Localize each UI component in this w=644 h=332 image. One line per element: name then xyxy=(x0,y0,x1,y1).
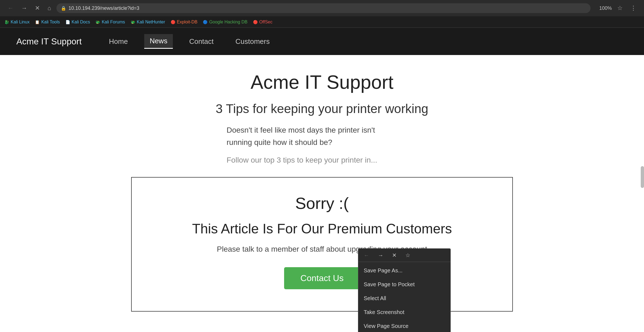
bookmark-kali-forums[interactable]: 🐲 Kali Forums xyxy=(95,20,125,25)
address-bar[interactable]: 🔒 10.10.194.239/news/article?id=3 xyxy=(56,3,591,13)
kali-nethunter-icon: 🐲 xyxy=(131,20,135,24)
context-menu-header: ← → ✕ ☆ xyxy=(358,249,450,262)
main-content: Acme IT Support 3 Tips for keeping your … xyxy=(0,55,644,328)
nav-contact[interactable]: Contact xyxy=(184,35,219,48)
nav-home[interactable]: Home xyxy=(104,35,133,48)
url-text: 10.10.194.239/news/article?id=3 xyxy=(68,5,586,11)
back-button[interactable]: ← xyxy=(5,4,16,13)
article-excerpt-1: Doesn't it feel like most days the print… xyxy=(227,124,417,149)
bookmark-star[interactable]: ☆ xyxy=(615,4,625,13)
cm-bookmark-button[interactable]: ☆ xyxy=(403,251,413,260)
scrollbar[interactable] xyxy=(641,166,644,188)
lock-icon: 🔒 xyxy=(61,6,66,11)
nav-customers[interactable]: Customers xyxy=(230,35,275,48)
paywall-subtitle: This Article Is For Our Premium Customer… xyxy=(143,221,501,237)
article-excerpt-2: Follow our top 3 tips to keep your print… xyxy=(227,154,417,166)
google-hacking-icon: 🔵 xyxy=(203,20,207,24)
kali-forums-icon: 🐲 xyxy=(95,20,100,24)
cm-select-all[interactable]: Select All xyxy=(358,291,450,305)
bookmark-kali-docs[interactable]: 📄 Kali Docs xyxy=(65,20,90,25)
kali-docs-icon: 📄 xyxy=(65,20,70,24)
kali-linux-icon: 🐉 xyxy=(4,20,9,24)
navbar: Acme IT Support Home News Contact Custom… xyxy=(0,28,644,55)
site-brand: Acme IT Support xyxy=(16,36,82,47)
page-title: Acme IT Support xyxy=(0,71,644,93)
cm-save-to-pocket[interactable]: Save Page to Pocket xyxy=(358,278,450,291)
cm-close-button[interactable]: ✕ xyxy=(390,251,399,260)
cm-save-page-as[interactable]: Save Page As... xyxy=(358,264,450,278)
bookmarks-bar: 🐉 Kali Linux 📋 Kali Tools 📄 Kali Docs 🐲 … xyxy=(0,16,644,28)
browser-chrome: ← → ✕ ⌂ 🔒 10.10.194.239/news/article?id=… xyxy=(0,0,644,16)
zoom-level: 100% xyxy=(599,5,612,11)
menu-button[interactable]: ⋮ xyxy=(628,4,639,13)
kali-tools-icon: 📋 xyxy=(35,20,40,24)
cm-view-page-source[interactable]: View Page Source xyxy=(358,319,450,332)
cm-back-button[interactable]: ← xyxy=(362,251,371,260)
bookmark-kali-linux[interactable]: 🐉 Kali Linux xyxy=(4,20,29,25)
cm-take-screenshot[interactable]: Take Screenshot xyxy=(358,305,450,319)
bookmark-google-hacking[interactable]: 🔵 Google Hacking DB xyxy=(203,20,248,25)
bookmark-exploit-db[interactable]: 🔴 Exploit-DB xyxy=(171,20,198,25)
offsec-icon: 🔴 xyxy=(253,20,258,24)
bookmark-kali-nethunter[interactable]: 🐲 Kali NetHunter xyxy=(131,20,165,25)
contact-us-button[interactable]: Contact Us xyxy=(284,267,360,289)
nav-news[interactable]: News xyxy=(144,34,173,49)
bookmark-kali-tools[interactable]: 📋 Kali Tools xyxy=(35,20,60,25)
paywall-box: Sorry :( This Article Is For Our Premium… xyxy=(131,177,513,312)
article-title: 3 Tips for keeping your printer working xyxy=(0,101,644,116)
reload-button[interactable]: ✕ xyxy=(33,4,42,13)
bookmark-offsec[interactable]: 🔴 OffSec xyxy=(253,20,273,25)
cm-forward-button[interactable]: → xyxy=(376,251,386,260)
context-menu-items: Save Page As... Save Page to Pocket Sele… xyxy=(358,262,450,332)
paywall-sorry: Sorry :( xyxy=(143,194,501,213)
forward-button[interactable]: → xyxy=(19,4,29,13)
context-menu: ← → ✕ ☆ Save Page As... Save Page to Poc… xyxy=(358,248,451,332)
home-button[interactable]: ⌂ xyxy=(45,4,53,13)
exploit-db-icon: 🔴 xyxy=(171,20,175,24)
